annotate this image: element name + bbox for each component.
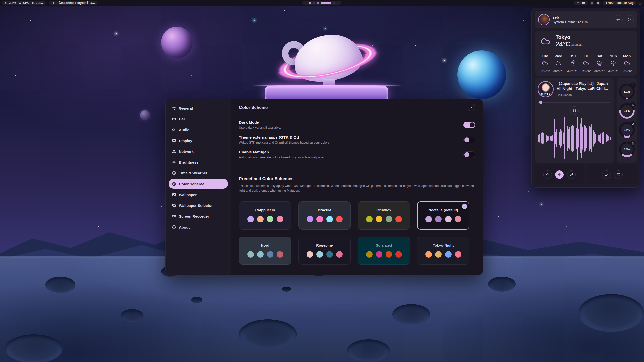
memory-gauge: 14% bbox=[619, 122, 635, 138]
scheme-card-tokyo-night[interactable]: ✓ Tokyo Night bbox=[417, 237, 469, 265]
workspace-dot[interactable] bbox=[333, 2, 335, 4]
leaf-icon bbox=[569, 173, 573, 177]
power-icon bbox=[627, 18, 631, 22]
color-swatch bbox=[386, 216, 392, 222]
dark-mode-toggle[interactable] bbox=[463, 122, 475, 128]
workspace-dot-active[interactable] bbox=[321, 2, 331, 4]
apps-grid-icon[interactable] bbox=[638, 1, 642, 5]
sidebar-item-color-scheme[interactable]: Color Scheme bbox=[169, 179, 228, 189]
scheme-name: Gruvbox bbox=[376, 208, 391, 212]
album-art: TOKYO L bbox=[538, 81, 554, 97]
cpu-usage-gauge: 3.1% bbox=[619, 84, 635, 99]
sidebar-item-display[interactable]: Display bbox=[169, 136, 228, 145]
scheme-card-noctalia-default[interactable]: ✓ Noctalia (default) bbox=[417, 201, 469, 230]
theme-external-apps-title: Theme external apps (GTK & Qt) bbox=[239, 135, 330, 140]
close-button[interactable]: × bbox=[468, 104, 475, 111]
enable-matugen-row: Enable Matugen Automatically generate co… bbox=[239, 150, 475, 159]
workspace-dot[interactable] bbox=[313, 2, 315, 4]
gauge-value: 54°C bbox=[624, 109, 630, 112]
workspace-indicator[interactable] bbox=[302, 1, 341, 5]
color-swatch bbox=[366, 251, 373, 258]
sidebar-item-bar[interactable]: Bar bbox=[169, 114, 228, 124]
planet-purple bbox=[161, 27, 193, 58]
sidebar-item-general[interactable]: General bbox=[169, 103, 228, 113]
scheme-card-rosepine[interactable]: ✓ Rosepine bbox=[298, 237, 351, 265]
screen-record-button[interactable] bbox=[602, 170, 611, 179]
day-temps: 35°/26° bbox=[581, 69, 591, 73]
forecast-day: Sun 33°/26° bbox=[607, 54, 620, 73]
performance-profile-button[interactable] bbox=[543, 170, 552, 179]
progress-handle[interactable] bbox=[539, 101, 542, 104]
enable-matugen-subtitle: Automatically generate colors based on y… bbox=[239, 156, 325, 159]
tray-app-icon[interactable] bbox=[576, 1, 580, 5]
workspace-dot[interactable] bbox=[317, 2, 319, 4]
palette-icon bbox=[172, 182, 176, 186]
scheme-card-catppuccin[interactable]: ✓ Catppuccin bbox=[239, 201, 291, 230]
volume-button[interactable] bbox=[596, 1, 601, 5]
clock-pill[interactable]: 17:09 - Tue, 19 Aug bbox=[603, 1, 636, 5]
volume-icon bbox=[597, 1, 600, 5]
day-temps: 33°/24° bbox=[540, 69, 550, 73]
sidebar-item-wallpaper-selector[interactable]: Wallpaper Selector bbox=[169, 201, 228, 210]
media-pill[interactable]: 【Japanese Playlist】 J... bbox=[49, 1, 97, 5]
scheme-card-gruvbox[interactable]: ✓ Gruvbox bbox=[358, 201, 410, 230]
speedometer-icon bbox=[546, 173, 550, 177]
sidebar-item-label: Wallpaper Selector bbox=[179, 203, 213, 208]
gauge-icon bbox=[5, 1, 8, 5]
system-stats-pill[interactable]: 3.8% 53°C 7.8G bbox=[2, 1, 46, 5]
enable-matugen-toggle[interactable] bbox=[463, 151, 475, 158]
enable-matugen-title: Enable Matugen bbox=[239, 150, 325, 154]
neon-line bbox=[252, 85, 403, 86]
dashboard-panel: seb System Uptime: 4h11m Tokyo 24°C (GMT… bbox=[531, 8, 640, 188]
settings-window: General Bar Audio Display Network Bright… bbox=[165, 99, 483, 275]
toggle-knob bbox=[464, 137, 469, 142]
media-progress-bar[interactable] bbox=[538, 101, 611, 104]
planet-small bbox=[140, 110, 150, 120]
color-swatch bbox=[425, 216, 432, 222]
color-swatch bbox=[307, 251, 313, 258]
sidebar-item-label: Audio bbox=[179, 128, 190, 132]
powersave-profile-button[interactable] bbox=[567, 170, 576, 179]
settings-button[interactable] bbox=[614, 15, 623, 24]
wallpaper-button[interactable] bbox=[614, 170, 623, 179]
power-button[interactable] bbox=[625, 15, 634, 24]
sidebar-item-network[interactable]: Network bbox=[169, 147, 228, 156]
scheme-name: Tokyo Night bbox=[433, 243, 454, 247]
pause-icon bbox=[573, 109, 574, 112]
network-icon bbox=[172, 149, 176, 154]
workspace-dot[interactable] bbox=[309, 2, 311, 4]
video-camera-icon bbox=[172, 214, 176, 218]
balanced-profile-button[interactable] bbox=[555, 170, 564, 179]
image-icon bbox=[172, 193, 176, 197]
brightness-icon bbox=[172, 160, 176, 164]
theme-external-apps-toggle[interactable] bbox=[463, 137, 475, 143]
scheme-card-nord[interactable]: ✓ Nord bbox=[239, 237, 291, 265]
crater bbox=[347, 339, 390, 362]
audio-visualizer bbox=[538, 116, 611, 160]
dark-mode-subtitle: Use a dark variant if available. bbox=[239, 126, 281, 129]
color-swatch bbox=[277, 216, 283, 222]
sidebar-item-brightness[interactable]: Brightness bbox=[169, 157, 228, 167]
scheme-card-dracula[interactable]: ✓ Dracula bbox=[298, 201, 351, 230]
crater bbox=[282, 287, 291, 292]
weather-day-icon bbox=[555, 60, 562, 67]
dark-mode-title: Dark Mode bbox=[239, 120, 281, 125]
user-name: seb bbox=[553, 15, 588, 19]
notifications-button[interactable] bbox=[590, 1, 594, 5]
top-bar: 3.8% 53°C 7.8G 【Japanese Playlist】 J... bbox=[0, 0, 644, 6]
sidebar-item-label: Network bbox=[179, 149, 194, 154]
thermometer-icon bbox=[18, 1, 22, 5]
sidebar-item-time-weather[interactable]: Time & Weather bbox=[169, 168, 228, 178]
crater bbox=[392, 304, 430, 324]
sidebar-item-audio[interactable]: Audio bbox=[169, 125, 228, 134]
sidebar-item-label: Time & Weather bbox=[179, 171, 207, 175]
sidebar-item-wallpaper[interactable]: Wallpaper bbox=[169, 190, 228, 199]
color-swatch bbox=[455, 216, 461, 222]
sidebar-item-about[interactable]: About bbox=[169, 222, 228, 232]
screenshot-icon[interactable] bbox=[582, 1, 585, 5]
pause-button[interactable] bbox=[570, 106, 579, 115]
toggle-knob bbox=[470, 122, 475, 127]
media-player-card: TOKYO L 【Japanese Playlist】 Japan All Ni… bbox=[535, 78, 614, 163]
scheme-card-solarized[interactable]: ✓ Solarized bbox=[358, 237, 410, 265]
sidebar-item-screen-recorder[interactable]: Screen Recorder bbox=[169, 211, 228, 221]
